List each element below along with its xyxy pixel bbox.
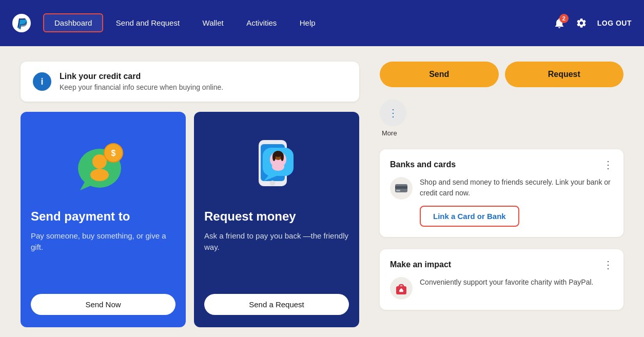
logout-button[interactable]: LOG OUT bbox=[597, 19, 632, 27]
banks-section-more-button[interactable]: ⋮ bbox=[603, 160, 613, 170]
nav-wallet[interactable]: Wallet bbox=[192, 14, 234, 31]
impact-section-description: Conveniently support your favorite chari… bbox=[420, 277, 594, 288]
request-card-description: Ask a friend to pay you back —the friend… bbox=[204, 230, 349, 282]
notification-bell-button[interactable]: 2 bbox=[553, 17, 565, 29]
info-icon: i bbox=[33, 72, 51, 91]
svg-point-13 bbox=[272, 163, 284, 171]
send-card-description: Pay someone, buy something, or give a gi… bbox=[31, 230, 175, 282]
request-button[interactable]: Request bbox=[505, 62, 624, 87]
send-now-button[interactable]: Send Now bbox=[31, 294, 175, 315]
send-illustration: $ bbox=[67, 127, 139, 199]
svg-rect-19 bbox=[396, 190, 400, 191]
nav-send-request[interactable]: Send and Request bbox=[106, 14, 190, 31]
settings-gear-button[interactable] bbox=[576, 17, 587, 29]
request-illustration bbox=[241, 127, 313, 199]
send-button[interactable]: Send bbox=[380, 62, 499, 87]
notice-text: Link your credit card Keep your financia… bbox=[60, 72, 223, 91]
banks-section-title: Banks and cards bbox=[390, 160, 456, 169]
three-dots-icon: ⋮ bbox=[388, 107, 398, 119]
nav-activities[interactable]: Activities bbox=[236, 14, 287, 31]
request-money-card: Request money Ask a friend to pay you ba… bbox=[194, 112, 359, 327]
svg-point-8 bbox=[270, 181, 275, 186]
paypal-logo-icon bbox=[12, 14, 31, 32]
send-request-button[interactable]: Send a Request bbox=[204, 294, 349, 315]
request-card-title: Request money bbox=[204, 209, 296, 224]
banks-section-content: Shop and send money to friends securely.… bbox=[420, 177, 613, 227]
impact-section-body: Conveniently support your favorite chari… bbox=[390, 277, 613, 300]
right-panel: Send Request ⋮ More Banks and cards ⋮ bbox=[380, 62, 623, 327]
svg-text:$: $ bbox=[111, 149, 116, 157]
notice-description: Keep your financial info secure when buy… bbox=[60, 83, 223, 91]
header-right: 2 LOG OUT bbox=[553, 17, 632, 29]
impact-section-title: Make an impact bbox=[390, 260, 451, 269]
quick-action-buttons: Send Request bbox=[380, 62, 623, 87]
impact-section-more-button[interactable]: ⋮ bbox=[603, 260, 613, 270]
action-cards: $ Send payment to Pay someone, buy somet… bbox=[21, 112, 359, 327]
bank-card-icon bbox=[390, 177, 413, 200]
svg-point-16 bbox=[281, 153, 284, 161]
paypal-logo bbox=[12, 14, 31, 32]
nav-dashboard[interactable]: Dashboard bbox=[43, 13, 103, 32]
impact-section-header: Make an impact ⋮ bbox=[390, 260, 613, 270]
main-header: Dashboard Send and Request Wallet Activi… bbox=[0, 0, 644, 46]
link-card-or-bank-button[interactable]: Link a Card or Bank bbox=[420, 206, 519, 227]
notice-title: Link your credit card bbox=[60, 72, 223, 81]
more-label: More bbox=[382, 129, 397, 137]
main-nav: Dashboard Send and Request Wallet Activi… bbox=[43, 18, 326, 28]
banks-section-body: Shop and send money to friends securely.… bbox=[390, 177, 613, 227]
banks-section-header: Banks and cards ⋮ bbox=[390, 160, 613, 170]
send-payment-card: $ Send payment to Pay someone, buy somet… bbox=[21, 112, 186, 327]
nav-help[interactable]: Help bbox=[289, 14, 326, 31]
more-options-button[interactable]: ⋮ bbox=[380, 100, 406, 126]
notification-badge: 2 bbox=[559, 14, 569, 23]
send-card-title: Send payment to bbox=[31, 209, 130, 224]
banks-section-description: Shop and send money to friends securely.… bbox=[420, 177, 613, 199]
left-panel: i Link your credit card Keep your financ… bbox=[21, 62, 359, 327]
impact-section-content: Conveniently support your favorite chari… bbox=[420, 277, 594, 288]
svg-point-15 bbox=[272, 153, 276, 161]
banks-and-cards-section: Banks and cards ⋮ Shop and send money to… bbox=[380, 149, 623, 237]
main-content: i Link your credit card Keep your financ… bbox=[0, 46, 644, 337]
make-impact-section: Make an impact ⋮ Conveniently support yo… bbox=[380, 249, 623, 310]
svg-point-3 bbox=[90, 169, 109, 181]
more-section: ⋮ More bbox=[380, 100, 623, 137]
credit-card-notice: i Link your credit card Keep your financ… bbox=[21, 62, 359, 102]
charity-icon bbox=[390, 277, 413, 300]
svg-rect-18 bbox=[395, 186, 407, 189]
